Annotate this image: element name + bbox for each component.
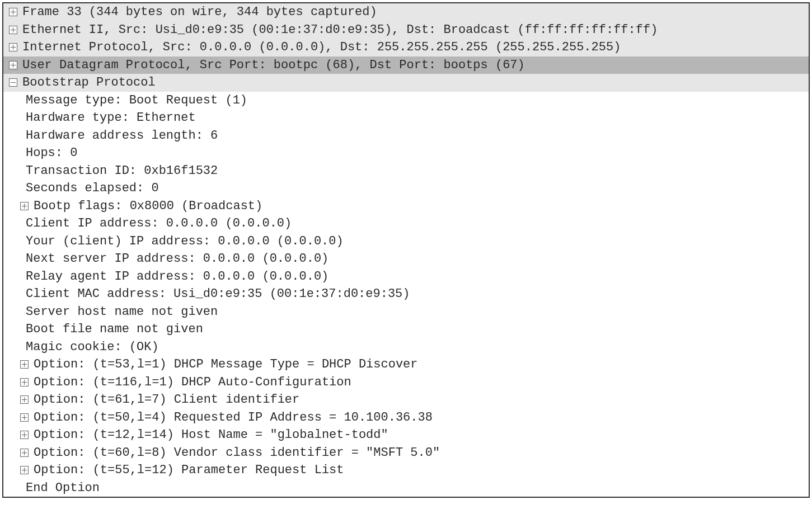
field-magic-cookie[interactable]: Magic cookie: (OK) [3,338,809,356]
field-boot-file-name[interactable]: Boot file name not given [3,320,809,338]
field-seconds-elapsed[interactable]: Seconds elapsed: 0 [3,180,809,197]
field-hops[interactable]: Hops: 0 [3,144,809,162]
field-client-mac[interactable]: Client MAC address: Usi_d0:e9:35 (00:1e:… [3,285,809,303]
expand-icon[interactable] [3,26,22,34]
bootp-layer-row[interactable]: Bootstrap Protocol [3,74,809,92]
expand-icon[interactable] [15,378,34,386]
field-your-ip[interactable]: Your (client) IP address: 0.0.0.0 (0.0.0… [3,233,809,251]
field-hardware-type[interactable]: Hardware type: Ethernet [3,109,809,127]
field-option-12[interactable]: Option: (t=12,l=14) Host Name = "globaln… [3,426,809,444]
field-next-server-ip[interactable]: Next server IP address: 0.0.0.0 (0.0.0.0… [3,250,809,268]
expand-icon[interactable] [3,43,22,51]
expand-icon[interactable] [15,413,34,422]
field-option-116[interactable]: Option: (t=116,l=1) DHCP Auto-Configurat… [3,374,809,392]
field-transaction-id[interactable]: Transaction ID: 0xb16f1532 [3,162,809,180]
expand-icon[interactable] [15,360,34,369]
packet-details-pane: Frame 33 (344 bytes on wire, 344 bytes c… [2,2,810,498]
field-option-61[interactable]: Option: (t=61,l=7) Client identifier [3,391,809,409]
field-message-type[interactable]: Message type: Boot Request (1) [3,92,809,110]
expand-icon[interactable] [15,395,34,404]
expand-icon[interactable] [3,61,22,69]
udp-layer-text: User Datagram Protocol, Src Port: bootpc… [22,58,525,73]
field-client-ip[interactable]: Client IP address: 0.0.0.0 (0.0.0.0) [3,215,809,233]
field-option-53[interactable]: Option: (t=53,l=1) DHCP Message Type = D… [3,356,809,374]
field-option-50[interactable]: Option: (t=50,l=4) Requested IP Address … [3,409,809,427]
field-relay-agent-ip[interactable]: Relay agent IP address: 0.0.0.0 (0.0.0.0… [3,268,809,286]
udp-layer-row[interactable]: User Datagram Protocol, Src Port: bootpc… [3,56,809,74]
expand-icon[interactable] [15,431,34,439]
field-hardware-address-length[interactable]: Hardware address length: 6 [3,127,809,145]
ethernet-layer-text: Ethernet II, Src: Usi_d0:e9:35 (00:1e:37… [22,22,658,38]
expand-icon[interactable] [15,466,34,474]
ip-layer-text: Internet Protocol, Src: 0.0.0.0 (0.0.0.0… [22,40,621,55]
field-server-host-name[interactable]: Server host name not given [3,303,809,321]
ip-layer-row[interactable]: Internet Protocol, Src: 0.0.0.0 (0.0.0.0… [3,39,809,56]
bootp-layer-text: Bootstrap Protocol [22,75,156,91]
field-option-55[interactable]: Option: (t=55,l=12) Parameter Request Li… [3,461,809,479]
ethernet-layer-row[interactable]: Ethernet II, Src: Usi_d0:e9:35 (00:1e:37… [3,21,809,39]
field-bootp-flags[interactable]: Bootp flags: 0x8000 (Broadcast) [3,197,809,215]
field-option-60[interactable]: Option: (t=60,l=8) Vendor class identifi… [3,444,809,462]
frame-layer-text: Frame 33 (344 bytes on wire, 344 bytes c… [22,4,377,20]
frame-layer-row[interactable]: Frame 33 (344 bytes on wire, 344 bytes c… [3,3,809,21]
expand-icon[interactable] [3,8,22,16]
collapse-icon[interactable] [3,78,22,87]
expand-icon[interactable] [15,202,34,210]
expand-icon[interactable] [15,449,34,457]
field-end-option[interactable]: End Option [3,479,809,497]
